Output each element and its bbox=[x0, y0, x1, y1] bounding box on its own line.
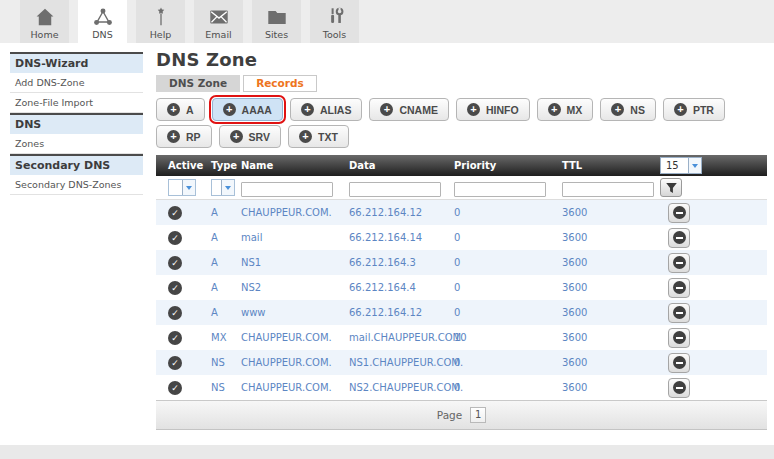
table-row: ✓ A NS1 66.212.164.3 0 3600 bbox=[156, 250, 767, 275]
active-check-icon[interactable]: ✓ bbox=[168, 356, 182, 370]
add-ptr-record-button[interactable]: + PTR bbox=[663, 98, 725, 121]
funnel-icon bbox=[665, 182, 678, 194]
add-txt-record-button[interactable]: + TXT bbox=[288, 125, 349, 148]
record-type: NS bbox=[201, 357, 234, 368]
sidebar-section-items: Secondary DNS-Zones bbox=[10, 175, 143, 195]
apply-filter-button[interactable] bbox=[660, 178, 682, 197]
active-check-icon[interactable]: ✓ bbox=[168, 281, 182, 295]
active-check-icon[interactable]: ✓ bbox=[168, 381, 182, 395]
record-name: www bbox=[234, 307, 342, 318]
active-check-icon[interactable]: ✓ bbox=[168, 256, 182, 270]
add-aaaa-record-button[interactable]: + AAAA bbox=[212, 98, 283, 121]
record-type: NS bbox=[201, 382, 234, 393]
active-filter-dropdown[interactable] bbox=[168, 179, 196, 196]
add-ns-record-button[interactable]: + NS bbox=[600, 98, 656, 121]
toolbar-item-label: Home bbox=[30, 29, 58, 40]
plus-icon: + bbox=[299, 130, 312, 143]
table-body: ✓ A CHAUPPEUR.COM. 66.212.164.12 0 3600 … bbox=[156, 200, 767, 400]
add-alias-record-button[interactable]: + ALIAS bbox=[290, 98, 363, 121]
add-a-record-button[interactable]: + A bbox=[156, 98, 205, 121]
record-name: NS2 bbox=[234, 282, 342, 293]
sidebar-section-header: DNS-Wizard bbox=[10, 52, 143, 73]
sidebar-item-add-dns-zone[interactable]: Add DNS-Zone bbox=[10, 73, 143, 93]
record-name: CHAUPPEUR.COM. bbox=[234, 357, 342, 368]
data-filter-input[interactable] bbox=[349, 182, 441, 197]
delete-record-button[interactable] bbox=[668, 378, 690, 398]
record-type: A bbox=[201, 307, 234, 318]
record-ttl: 3600 bbox=[554, 357, 654, 368]
page-number-button[interactable]: 1 bbox=[470, 407, 486, 423]
record-data: 66.212.164.12 bbox=[342, 207, 447, 218]
record-ttl: 3600 bbox=[554, 257, 654, 268]
delete-record-button[interactable] bbox=[668, 328, 690, 348]
sidebar-section-header: Secondary DNS bbox=[10, 154, 143, 175]
table-row: ✓ A NS2 66.212.164.4 0 3600 bbox=[156, 275, 767, 300]
name-filter-input[interactable] bbox=[241, 182, 333, 197]
folder-icon bbox=[266, 6, 288, 28]
sidebar-item-zone-file-import[interactable]: Zone-File Import bbox=[10, 93, 143, 113]
delete-record-button[interactable] bbox=[668, 253, 690, 273]
active-check-icon[interactable]: ✓ bbox=[168, 306, 182, 320]
chevron-down-icon bbox=[221, 180, 234, 195]
table-row: ✓ MX CHAUPPEUR.COM. mail.CHAUPPEUR.COM. … bbox=[156, 325, 767, 350]
record-type: A bbox=[201, 282, 234, 293]
table-row: ✓ A mail 66.212.164.14 0 3600 bbox=[156, 225, 767, 250]
sidebar-section-items: Add DNS-Zone Zone-File Import bbox=[10, 73, 143, 113]
type-filter-dropdown[interactable] bbox=[211, 179, 235, 196]
sidebar-item-secondary-dns-zones[interactable]: Secondary DNS-Zones bbox=[10, 175, 143, 195]
delete-record-button[interactable] bbox=[668, 203, 690, 223]
table-row: ✓ NS CHAUPPEUR.COM. NS2.CHAUPPEUR.COM. 0… bbox=[156, 375, 767, 400]
minus-icon bbox=[673, 256, 686, 269]
active-check-icon[interactable]: ✓ bbox=[168, 231, 182, 245]
add-hinfo-record-button[interactable]: + HINFO bbox=[456, 98, 530, 121]
priority-filter-input[interactable] bbox=[454, 182, 546, 197]
add-mx-record-button[interactable]: + MX bbox=[537, 98, 594, 121]
delete-record-button[interactable] bbox=[668, 278, 690, 298]
sidebar-item-zones[interactable]: Zones bbox=[10, 134, 143, 154]
record-type: A bbox=[201, 257, 234, 268]
sidebar-section-header: DNS bbox=[10, 113, 143, 134]
sidebar-section: DNS-Wizard Add DNS-Zone Zone-File Import bbox=[10, 52, 143, 113]
envelope-icon bbox=[208, 6, 230, 28]
tab-records[interactable]: Records bbox=[243, 75, 317, 92]
table-header-actions: 15 bbox=[654, 157, 767, 174]
toolbar-item-dns[interactable]: DNS bbox=[78, 0, 127, 43]
minus-icon bbox=[673, 281, 686, 294]
tab-dns-zone[interactable]: DNS Zone bbox=[156, 75, 240, 92]
toolbar-item-label: Sites bbox=[265, 29, 288, 40]
active-check-icon[interactable]: ✓ bbox=[168, 331, 182, 345]
page-size-dropdown[interactable]: 15 bbox=[660, 157, 702, 174]
record-priority: 0 bbox=[447, 357, 554, 368]
plus-icon: + bbox=[167, 103, 180, 116]
toolbar-item-label: DNS bbox=[92, 29, 112, 40]
delete-record-button[interactable] bbox=[668, 228, 690, 248]
add-rp-record-button[interactable]: + RP bbox=[156, 125, 212, 148]
record-type: A bbox=[201, 207, 234, 218]
toolbar-item-email[interactable]: Email bbox=[194, 0, 243, 43]
record-data: 66.212.164.3 bbox=[342, 257, 447, 268]
minus-icon bbox=[673, 381, 686, 394]
delete-record-button[interactable] bbox=[668, 303, 690, 323]
ttl-filter-input[interactable] bbox=[562, 182, 654, 197]
toolbar-item-help[interactable]: Help bbox=[136, 0, 185, 43]
toolbar-item-tools[interactable]: Tools bbox=[310, 0, 359, 43]
add-srv-record-button[interactable]: + SRV bbox=[219, 125, 281, 148]
record-ttl: 3600 bbox=[554, 282, 654, 293]
toolbar-item-label: Help bbox=[150, 29, 172, 40]
table-row: ✓ A CHAUPPEUR.COM. 66.212.164.12 0 3600 bbox=[156, 200, 767, 225]
page-size-value: 15 bbox=[661, 160, 688, 171]
column-header-name: Name bbox=[234, 160, 342, 171]
delete-record-button[interactable] bbox=[668, 353, 690, 373]
add-cname-record-button[interactable]: + CNAME bbox=[369, 98, 449, 121]
toolbar-item-home[interactable]: Home bbox=[20, 0, 69, 43]
plus-icon: + bbox=[674, 103, 687, 116]
plus-icon: + bbox=[548, 103, 561, 116]
column-header-type: Type bbox=[201, 160, 234, 171]
record-priority: 10 bbox=[447, 332, 554, 343]
record-data: mail.CHAUPPEUR.COM. bbox=[342, 332, 447, 343]
minus-icon bbox=[673, 331, 686, 344]
record-name: CHAUPPEUR.COM. bbox=[234, 332, 342, 343]
active-check-icon[interactable]: ✓ bbox=[168, 206, 182, 220]
record-priority: 0 bbox=[447, 257, 554, 268]
toolbar-item-sites[interactable]: Sites bbox=[252, 0, 301, 43]
